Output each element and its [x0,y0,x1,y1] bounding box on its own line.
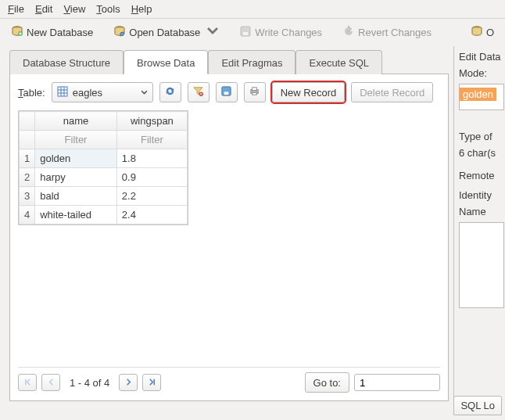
first-page-icon [23,377,32,389]
edit-selected-value: golden [460,88,496,101]
remote-label: Remote [459,170,505,181]
goto-input[interactable] [354,374,440,391]
open-database-button[interactable]: Open Database [110,23,222,41]
last-page-button[interactable] [142,374,161,391]
col-header-name[interactable]: name [35,112,117,131]
edit-value-box[interactable]: golden [459,84,504,110]
new-database-label: New Database [27,27,93,38]
database-open-icon [113,25,126,40]
write-changes-button: Write Changes [236,23,325,41]
menu-file[interactable]: File [8,3,24,15]
main-toolbar: New Database Open Database Write Changes… [0,19,505,46]
svg-rect-12 [252,92,257,95]
menubar: File Edit View Tools Help [0,0,505,19]
clear-filter-button[interactable] [188,82,210,102]
open-database-dropdown-icon[interactable] [206,25,219,40]
table-row: 4 white-tailed 2.4 [20,206,188,224]
next-page-button[interactable] [119,374,138,391]
filter-wingspan[interactable]: Filter [116,131,187,149]
cell[interactable]: 2.2 [116,187,187,206]
refresh-icon [164,85,176,99]
side-panel: Edit Data Mode: golden Type of 6 char(s … [453,46,505,401]
new-database-button[interactable]: New Database [8,23,96,41]
last-page-icon [148,377,156,389]
svg-rect-6 [58,87,67,96]
svg-rect-9 [224,92,229,95]
edit-data-header: Edit Data [459,51,505,63]
goto-button[interactable]: Go to: [305,372,349,393]
revert-changes-button: Revert Changes [339,23,435,41]
svg-rect-11 [252,88,257,91]
type-line2: 6 char(s [459,147,505,159]
new-record-button[interactable]: New Record [272,82,346,102]
menu-tools[interactable]: Tools [96,3,120,15]
table-row: 3 bald 2.2 [20,187,188,206]
table-label: Table: [18,87,45,99]
menu-view[interactable]: View [63,3,85,15]
print-icon [249,85,260,99]
open-database-label: Open Database [129,27,200,38]
corner-header [20,112,35,131]
save-icon [239,25,252,40]
delete-record-button: Delete Record [351,82,433,102]
extra-toolbar-button[interactable]: O [467,23,497,41]
svg-rect-4 [243,32,248,35]
cell[interactable]: 1.8 [116,149,187,168]
browse-data-panel: Table: eagles [9,74,449,401]
save-table-icon [220,85,232,99]
revert-changes-label: Revert Changes [358,27,432,38]
table-row: 1 golden 1.8 [20,149,188,168]
cell[interactable]: 2.4 [116,206,187,224]
identity-label: Identity [459,189,505,201]
write-changes-label: Write Changes [255,27,322,38]
database-icon [471,25,483,40]
col-header-wingspan[interactable]: wingspan [116,112,187,131]
mode-label: Mode: [459,67,505,79]
pager: 1 - 4 of 4 Go to: [18,367,440,393]
table-row: 2 harpy 0.9 [20,168,188,187]
pager-status: 1 - 4 of 4 [70,377,109,389]
revert-icon [342,25,355,40]
data-grid[interactable]: name wingspan Filter Filter 1 [18,110,188,225]
cell[interactable]: golden [35,149,117,168]
filter-clear-icon [192,85,204,99]
prev-page-button[interactable] [41,374,60,391]
filter-name[interactable]: Filter [35,131,117,149]
menu-edit[interactable]: Edit [35,3,52,15]
database-new-icon [11,25,23,40]
first-page-button[interactable] [18,374,37,391]
prev-page-icon [47,377,56,389]
sql-log-tab[interactable]: SQL Lo [453,396,502,415]
type-line1: Type of [459,131,505,142]
name-label: Name [459,206,505,217]
tabbar: Database Structure Browse Data Edit Prag… [9,49,449,74]
print-button[interactable] [244,82,266,102]
name-listbox[interactable] [459,222,504,308]
cell[interactable]: 0.9 [116,168,187,187]
save-table-button[interactable] [216,82,238,102]
table-selector[interactable]: eagles [52,82,153,102]
refresh-button[interactable] [159,82,181,102]
next-page-icon [124,377,133,389]
menu-help[interactable]: Help [131,3,152,15]
cell[interactable]: bald [35,187,117,206]
table-selector-value: eagles [73,87,102,99]
cell[interactable]: white-tailed [35,206,117,224]
tab-edit-pragmas[interactable]: Edit Pragmas [208,50,295,74]
tab-browse-data[interactable]: Browse Data [124,50,208,74]
chevron-down-icon [141,87,148,99]
tab-execute-sql[interactable]: Execute SQL [295,50,382,74]
table-icon [57,86,68,99]
cell[interactable]: harpy [35,168,117,187]
tab-database-structure[interactable]: Database Structure [9,50,124,74]
